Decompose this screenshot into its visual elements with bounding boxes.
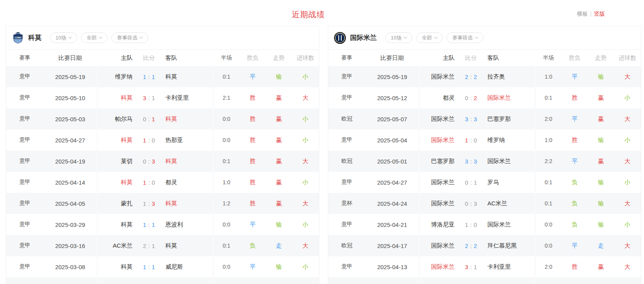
score-cell: 3:3 — [458, 158, 483, 165]
teams-cell: 蒙扎1:3科莫 — [97, 193, 213, 214]
away-team: 恩波利 — [161, 221, 213, 228]
halftime-cell: 0:1 — [213, 74, 240, 80]
col-halftime: 半场 — [213, 54, 240, 61]
col-result: 胜负 — [240, 54, 266, 62]
result-cell: 负 — [562, 221, 588, 228]
match-row-partial — [328, 277, 641, 284]
date-cell: 2025-05-19 — [365, 66, 419, 87]
date-cell: 2025-04-24 — [365, 193, 419, 214]
page-title: 近期战绩 — [0, 9, 617, 20]
away-team: 热那亚 — [161, 137, 213, 144]
result-cell: 胜 — [562, 137, 588, 144]
home-score: 2 — [465, 243, 468, 249]
score-cell: 1:1 — [136, 264, 161, 270]
col-trend: 走势 — [588, 54, 614, 62]
score-colon: : — [148, 243, 150, 249]
scope-filter-dropdown[interactable]: 全部 — [416, 32, 443, 43]
home-team: 国际米兰 — [419, 263, 458, 271]
scope-filter-dropdown[interactable]: 全部 — [81, 32, 107, 43]
teams-cell: 科莫1:1威尼斯 — [97, 256, 213, 277]
match-row: 欧冠2025-05-01巴塞罗那3:3国际米兰2:2平赢大 — [328, 151, 641, 172]
result-cell: 胜 — [240, 115, 266, 123]
match-row: 意甲2025-03-16AC米兰2:1科莫0:1负走大 — [6, 235, 319, 256]
result-cell: 平 — [240, 221, 266, 228]
away-score: 3 — [474, 116, 477, 122]
halftime-cell: 1:0 — [535, 137, 562, 143]
away-team: 科莫 — [161, 115, 213, 123]
home-team: 国际米兰 — [419, 242, 458, 250]
away-score: 0 — [152, 179, 155, 186]
result-cell: 胜 — [562, 94, 588, 102]
date-cell: 2025-04-27 — [365, 172, 419, 193]
matches-filter-dropdown[interactable]: 10场 — [50, 32, 77, 43]
col-trend: 走势 — [266, 54, 292, 62]
layout-vertical-link[interactable]: 竖版 — [594, 11, 605, 17]
score-colon: : — [470, 137, 472, 144]
competition-cell: 意甲 — [6, 158, 43, 165]
home-score: 3 — [143, 95, 146, 101]
home-score: 1 — [143, 137, 146, 144]
chevron-down-icon — [404, 35, 408, 39]
trend-cell: 赢 — [588, 115, 614, 123]
away-score: 0 — [474, 221, 477, 228]
matches-filter-label: 10场 — [55, 34, 66, 41]
matches-filter-dropdown[interactable]: 10场 — [385, 32, 412, 43]
competition-filter-dropdown[interactable]: 赛事筛选 — [111, 32, 148, 43]
topbar: 近期战绩 横板|竖版 — [0, 0, 644, 26]
trend-cell: 赢 — [588, 94, 614, 102]
competition-cell: 意甲 — [6, 242, 43, 249]
como-crest-icon: COMO — [12, 32, 24, 44]
match-row: 意杯2025-04-24国际米兰0:3AC米兰0:1负输大 — [328, 193, 641, 214]
score-colon: : — [148, 179, 150, 186]
trend-cell: 输 — [266, 73, 292, 81]
layout-horizontal-link[interactable]: 横板 — [577, 11, 588, 17]
goals-cell: 小 — [614, 94, 641, 102]
away-team: 国际米兰 — [483, 94, 535, 102]
score-cell: 2:2 — [458, 74, 483, 80]
panel-header: COMO 科莫 10场 全部 赛事筛选 — [6, 26, 319, 50]
home-team: 都灵 — [419, 94, 458, 102]
teams-cell: 国际米兰3:3巴塞罗那 — [419, 108, 535, 129]
score-cell: 1:3 — [136, 200, 161, 207]
home-team: 科莫 — [97, 94, 136, 102]
home-score: 1 — [143, 200, 146, 207]
result-cell: 负 — [240, 242, 266, 250]
competition-cell: 意甲 — [6, 200, 43, 207]
halftime-cell: 0:1 — [535, 95, 562, 101]
competition-filter-dropdown[interactable]: 赛事筛选 — [447, 32, 483, 43]
goals-cell: 大 — [614, 115, 641, 123]
competition-cell: 意甲 — [6, 115, 43, 122]
home-team: AC米兰 — [97, 242, 136, 250]
trend-cell: 输 — [588, 73, 614, 81]
trend-cell: 输 — [588, 179, 614, 186]
goals-cell: 小 — [292, 73, 319, 81]
halftime-cell: 0:1 — [535, 200, 562, 207]
away-team: 拉齐奥 — [483, 73, 535, 81]
home-team: 博洛尼亚 — [419, 221, 458, 228]
result-cell: 平 — [240, 263, 266, 271]
score-colon: : — [470, 158, 472, 165]
date-cell: 2025-05-12 — [365, 87, 419, 108]
competition-cell: 意甲 — [6, 73, 43, 80]
home-score: 0 — [143, 116, 146, 122]
date-cell: 2025-04-14 — [43, 172, 97, 193]
table-header: 赛事 比赛日期 主队 比分 客队 半场 胜负 走势 进球数 — [6, 50, 319, 66]
competition-cell: 欧冠 — [328, 242, 365, 249]
match-row: 意甲2025-05-10科莫3:1卡利亚里2:1胜赢大 — [6, 87, 319, 108]
home-score: 2 — [465, 74, 468, 80]
away-score: 1 — [152, 264, 155, 270]
away-team: 都灵 — [161, 179, 213, 186]
goals-cell: 大 — [292, 242, 319, 250]
home-score: 3 — [465, 158, 468, 165]
match-row: 欧冠2025-04-17国际米兰2:2拜仁慕尼黑0:0平走大 — [328, 235, 641, 256]
competition-cell: 欧冠 — [328, 115, 365, 122]
goals-cell: 小 — [292, 221, 319, 228]
trend-cell: 走 — [266, 242, 292, 250]
score-colon: : — [148, 95, 150, 101]
trend-cell: 输 — [266, 263, 292, 271]
trend-cell: 赢 — [266, 94, 292, 102]
home-team: 蒙扎 — [97, 200, 136, 207]
halftime-cell: 0:0 — [213, 264, 240, 270]
chevron-down-icon — [99, 35, 103, 39]
halftime-cell: 0:1 — [213, 158, 240, 164]
